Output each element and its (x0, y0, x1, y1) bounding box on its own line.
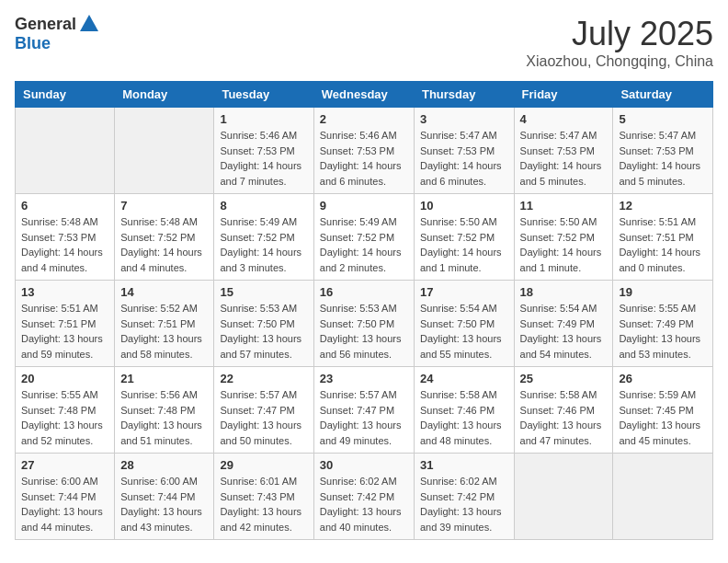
month-title: July 2025 (526, 15, 713, 53)
day-number: 22 (220, 372, 307, 385)
day-detail: Sunrise: 6:02 AMSunset: 7:42 PMDaylight:… (420, 474, 508, 534)
logo-general-text: General (15, 15, 76, 34)
day-number: 18 (520, 285, 608, 299)
day-number: 10 (420, 199, 508, 213)
day-detail: Sunrise: 5:59 AMSunset: 7:45 PMDaylight:… (619, 387, 707, 448)
calendar-cell: 30Sunrise: 6:02 AMSunset: 7:42 PMDayligh… (313, 454, 414, 540)
logo-triangle-icon (80, 15, 98, 31)
day-detail: Sunrise: 5:48 AMSunset: 7:52 PMDaylight:… (120, 214, 208, 275)
calendar-week-row: 27Sunrise: 6:00 AMSunset: 7:44 PMDayligh… (16, 454, 713, 540)
day-number: 13 (21, 285, 108, 299)
calendar-cell: 23Sunrise: 5:57 AMSunset: 7:47 PMDayligh… (313, 367, 414, 454)
logo-blue-text: Blue (15, 34, 51, 53)
day-number: 23 (320, 372, 408, 385)
day-number: 8 (220, 199, 307, 213)
day-detail: Sunrise: 5:50 AMSunset: 7:52 PMDaylight:… (520, 214, 608, 275)
day-detail: Sunrise: 5:51 AMSunset: 7:51 PMDaylight:… (619, 214, 707, 275)
calendar-cell: 2Sunrise: 5:46 AMSunset: 7:53 PMDaylight… (313, 108, 414, 194)
day-detail: Sunrise: 5:56 AMSunset: 7:48 PMDaylight:… (120, 387, 208, 448)
calendar-cell (514, 454, 613, 540)
day-detail: Sunrise: 5:58 AMSunset: 7:46 PMDaylight:… (520, 387, 608, 448)
day-number: 25 (520, 372, 608, 385)
day-number: 26 (619, 372, 707, 385)
calendar-cell: 14Sunrise: 5:52 AMSunset: 7:51 PMDayligh… (115, 281, 214, 367)
day-number: 16 (320, 285, 408, 299)
day-detail: Sunrise: 5:54 AMSunset: 7:49 PMDaylight:… (520, 301, 608, 362)
calendar-cell: 16Sunrise: 5:53 AMSunset: 7:50 PMDayligh… (313, 281, 414, 367)
day-number: 15 (220, 285, 307, 299)
calendar-week-row: 13Sunrise: 5:51 AMSunset: 7:51 PMDayligh… (16, 281, 713, 367)
calendar-table: SundayMondayTuesdayWednesdayThursdayFrid… (15, 81, 713, 540)
calendar-cell: 25Sunrise: 5:58 AMSunset: 7:46 PMDayligh… (514, 367, 613, 454)
calendar-cell (16, 108, 115, 194)
day-number: 27 (21, 458, 108, 472)
day-number: 28 (120, 458, 208, 472)
day-number: 31 (420, 458, 508, 472)
calendar-cell: 22Sunrise: 5:57 AMSunset: 7:47 PMDayligh… (214, 367, 313, 454)
logo: General Blue (15, 15, 98, 53)
day-number: 21 (120, 372, 208, 385)
day-detail: Sunrise: 5:52 AMSunset: 7:51 PMDaylight:… (120, 301, 208, 362)
calendar-cell: 13Sunrise: 5:51 AMSunset: 7:51 PMDayligh… (16, 281, 115, 367)
calendar-cell: 31Sunrise: 6:02 AMSunset: 7:42 PMDayligh… (414, 454, 514, 540)
header: General Blue July 2025 Xiaozhou, Chongqi… (15, 15, 713, 70)
calendar-cell: 9Sunrise: 5:49 AMSunset: 7:52 PMDaylight… (313, 194, 414, 281)
calendar-cell: 24Sunrise: 5:58 AMSunset: 7:46 PMDayligh… (414, 367, 514, 454)
day-number: 1 (220, 112, 307, 126)
day-detail: Sunrise: 5:46 AMSunset: 7:53 PMDaylight:… (320, 128, 408, 189)
calendar-cell: 7Sunrise: 5:48 AMSunset: 7:52 PMDaylight… (115, 194, 214, 281)
calendar-cell: 1Sunrise: 5:46 AMSunset: 7:53 PMDaylight… (214, 108, 313, 194)
day-detail: Sunrise: 6:01 AMSunset: 7:43 PMDaylight:… (220, 474, 307, 534)
day-number: 7 (120, 199, 208, 213)
day-number: 3 (420, 112, 508, 126)
day-detail: Sunrise: 5:53 AMSunset: 7:50 PMDaylight:… (220, 301, 307, 362)
calendar-cell: 18Sunrise: 5:54 AMSunset: 7:49 PMDayligh… (514, 281, 613, 367)
title-area: July 2025 Xiaozhou, Chongqing, China (526, 15, 713, 70)
weekday-header-friday: Friday (514, 82, 613, 108)
day-detail: Sunrise: 5:58 AMSunset: 7:46 PMDaylight:… (420, 387, 508, 448)
calendar-cell: 27Sunrise: 6:00 AMSunset: 7:44 PMDayligh… (16, 454, 115, 540)
calendar-cell: 12Sunrise: 5:51 AMSunset: 7:51 PMDayligh… (613, 194, 713, 281)
day-detail: Sunrise: 6:00 AMSunset: 7:44 PMDaylight:… (21, 474, 108, 534)
weekday-header-sunday: Sunday (16, 82, 115, 108)
day-detail: Sunrise: 5:51 AMSunset: 7:51 PMDaylight:… (21, 301, 108, 362)
calendar-week-row: 6Sunrise: 5:48 AMSunset: 7:53 PMDaylight… (16, 194, 713, 281)
weekday-header-wednesday: Wednesday (313, 82, 414, 108)
weekday-header-monday: Monday (115, 82, 214, 108)
calendar-cell: 8Sunrise: 5:49 AMSunset: 7:52 PMDaylight… (214, 194, 313, 281)
day-number: 20 (21, 372, 108, 385)
day-detail: Sunrise: 5:47 AMSunset: 7:53 PMDaylight:… (520, 128, 608, 189)
day-detail: Sunrise: 5:55 AMSunset: 7:48 PMDaylight:… (21, 387, 108, 448)
weekday-header-saturday: Saturday (613, 82, 713, 108)
day-detail: Sunrise: 5:47 AMSunset: 7:53 PMDaylight:… (619, 128, 707, 189)
calendar-cell: 5Sunrise: 5:47 AMSunset: 7:53 PMDaylight… (613, 108, 713, 194)
day-detail: Sunrise: 6:00 AMSunset: 7:44 PMDaylight:… (120, 474, 208, 534)
calendar-cell: 11Sunrise: 5:50 AMSunset: 7:52 PMDayligh… (514, 194, 613, 281)
location-title: Xiaozhou, Chongqing, China (526, 53, 713, 70)
day-number: 5 (619, 112, 707, 126)
day-detail: Sunrise: 5:50 AMSunset: 7:52 PMDaylight:… (420, 214, 508, 275)
day-detail: Sunrise: 6:02 AMSunset: 7:42 PMDaylight:… (320, 474, 408, 534)
day-detail: Sunrise: 5:48 AMSunset: 7:53 PMDaylight:… (21, 214, 108, 275)
day-detail: Sunrise: 5:46 AMSunset: 7:53 PMDaylight:… (220, 128, 307, 189)
calendar-cell: 6Sunrise: 5:48 AMSunset: 7:53 PMDaylight… (16, 194, 115, 281)
day-number: 29 (220, 458, 307, 472)
calendar-cell: 19Sunrise: 5:55 AMSunset: 7:49 PMDayligh… (613, 281, 713, 367)
calendar-cell: 21Sunrise: 5:56 AMSunset: 7:48 PMDayligh… (115, 367, 214, 454)
day-number: 11 (520, 199, 608, 213)
calendar-cell: 17Sunrise: 5:54 AMSunset: 7:50 PMDayligh… (414, 281, 514, 367)
calendar-cell: 20Sunrise: 5:55 AMSunset: 7:48 PMDayligh… (16, 367, 115, 454)
calendar-cell: 15Sunrise: 5:53 AMSunset: 7:50 PMDayligh… (214, 281, 313, 367)
day-number: 4 (520, 112, 608, 126)
weekday-header-tuesday: Tuesday (214, 82, 313, 108)
day-number: 30 (320, 458, 408, 472)
day-number: 12 (619, 199, 707, 213)
day-number: 17 (420, 285, 508, 299)
weekday-header-row: SundayMondayTuesdayWednesdayThursdayFrid… (16, 82, 713, 108)
calendar-cell: 29Sunrise: 6:01 AMSunset: 7:43 PMDayligh… (214, 454, 313, 540)
calendar-cell: 28Sunrise: 6:00 AMSunset: 7:44 PMDayligh… (115, 454, 214, 540)
day-number: 24 (420, 372, 508, 385)
day-detail: Sunrise: 5:49 AMSunset: 7:52 PMDaylight:… (220, 214, 307, 275)
day-number: 2 (320, 112, 408, 126)
weekday-header-thursday: Thursday (414, 82, 514, 108)
